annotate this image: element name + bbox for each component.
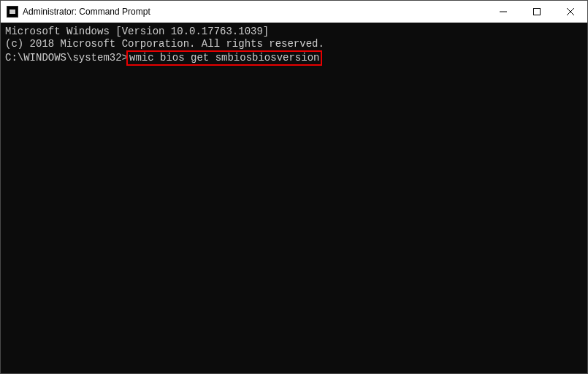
terminal-output-line: (c) 2018 Microsoft Corporation. All righ… bbox=[5, 38, 583, 50]
window-controls bbox=[486, 1, 587, 22]
cmd-icon bbox=[7, 6, 18, 18]
window-title: Administrator: Command Prompt bbox=[23, 7, 150, 17]
minimize-button[interactable] bbox=[486, 1, 520, 22]
prompt-text: C:\WINDOWS\system32> bbox=[5, 52, 128, 64]
terminal-output-line: Microsoft Windows [Version 10.0.17763.10… bbox=[5, 26, 583, 38]
terminal-prompt-line: C:\WINDOWS\system32>wmic bios get smbios… bbox=[5, 50, 583, 66]
maximize-button[interactable] bbox=[520, 1, 554, 22]
close-button[interactable] bbox=[554, 1, 587, 22]
terminal-area[interactable]: Microsoft Windows [Version 10.0.17763.10… bbox=[1, 23, 587, 373]
command-highlight: wmic bios get smbiosbiosversion bbox=[126, 50, 322, 66]
command-text: wmic bios get smbiosbiosversion bbox=[129, 52, 319, 64]
titlebar[interactable]: Administrator: Command Prompt bbox=[1, 1, 587, 23]
svg-rect-1 bbox=[534, 8, 541, 15]
command-prompt-window: Administrator: Command Prompt Microsoft … bbox=[0, 0, 588, 374]
